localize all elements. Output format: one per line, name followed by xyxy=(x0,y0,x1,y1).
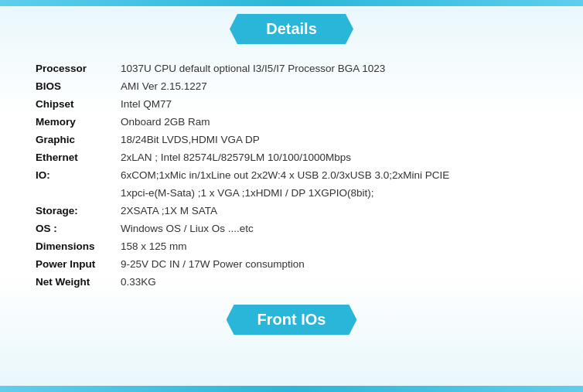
spec-label: Ethernet xyxy=(31,148,116,166)
spec-value: Onboard 2GB Ram xyxy=(116,113,552,131)
spec-label: Net Weight xyxy=(31,273,116,291)
spec-label-empty xyxy=(31,184,116,202)
table-row: BIOSAMI Ver 2.15.1227 xyxy=(31,77,552,95)
front-ios-banner-label: Front IOs xyxy=(257,311,326,328)
spec-value: 2XSATA ;1X M SATA xyxy=(116,202,552,220)
spec-label: OS : xyxy=(31,220,116,237)
table-row: Dimensions158 x 125 mm xyxy=(31,237,552,255)
table-row: Processor1037U CPU default optional I3/I… xyxy=(31,60,552,77)
table-row: Storage:2XSATA ;1X M SATA xyxy=(31,202,552,220)
spec-value: 6xCOM;1xMic in/1xLine out 2x2W:4 x USB 2… xyxy=(116,166,552,184)
front-ios-banner: Front IOs xyxy=(0,305,583,335)
table-row: Graphic18/24Bit LVDS,HDMI VGA DP xyxy=(31,131,552,148)
top-border xyxy=(0,0,583,6)
spec-label: Dimensions xyxy=(31,237,116,255)
spec-label: Graphic xyxy=(31,131,116,148)
table-row: Net Weight0.33KG xyxy=(31,273,552,291)
table-row: ChipsetIntel QM77 xyxy=(31,95,552,113)
details-banner-label: Details xyxy=(266,20,317,37)
spec-value: 0.33KG xyxy=(116,273,552,291)
spec-label: Chipset xyxy=(31,95,116,113)
bottom-border xyxy=(0,386,583,392)
spec-label: Storage: xyxy=(31,202,116,220)
details-banner-shape: Details xyxy=(230,14,353,44)
front-ios-banner-shape: Front IOs xyxy=(227,305,357,335)
spec-value: 9-25V DC IN / 17W Power consumption xyxy=(116,255,552,273)
spec-value: Windows OS / Liux Os ....etc xyxy=(116,220,552,237)
spec-label: Memory xyxy=(31,113,116,131)
spec-label: IO: xyxy=(31,166,116,184)
spec-value: 18/24Bit LVDS,HDMI VGA DP xyxy=(116,131,552,148)
table-row: OS :Windows OS / Liux Os ....etc xyxy=(31,220,552,237)
table-row: IO:6xCOM;1xMic in/1xLine out 2x2W:4 x US… xyxy=(31,166,552,184)
spec-value-continued: 1xpci-e(M-Sata) ;1 x VGA ;1xHDMI / DP 1X… xyxy=(116,184,552,202)
table-row: MemoryOnboard 2GB Ram xyxy=(31,113,552,131)
specs-table: Processor1037U CPU default optional I3/I… xyxy=(31,60,552,291)
spec-value: AMI Ver 2.15.1227 xyxy=(116,77,552,95)
table-row: Ethernet2xLAN ; Intel 82574L/82579LM 10/… xyxy=(31,148,552,166)
table-row: Power Input9-25V DC IN / 17W Power consu… xyxy=(31,255,552,273)
spec-value: 2xLAN ; Intel 82574L/82579LM 10/100/1000… xyxy=(116,148,552,166)
specs-content: Processor1037U CPU default optional I3/I… xyxy=(31,60,552,291)
spec-value: 158 x 125 mm xyxy=(116,237,552,255)
spec-value: 1037U CPU default optional I3/I5/I7 Proc… xyxy=(116,60,552,77)
spec-value: Intel QM77 xyxy=(116,95,552,113)
spec-label: Power Input xyxy=(31,255,116,273)
details-banner: Details xyxy=(0,14,583,44)
table-row: 1xpci-e(M-Sata) ;1 x VGA ;1xHDMI / DP 1X… xyxy=(31,184,552,202)
spec-label: Processor xyxy=(31,60,116,77)
spec-label: BIOS xyxy=(31,77,116,95)
